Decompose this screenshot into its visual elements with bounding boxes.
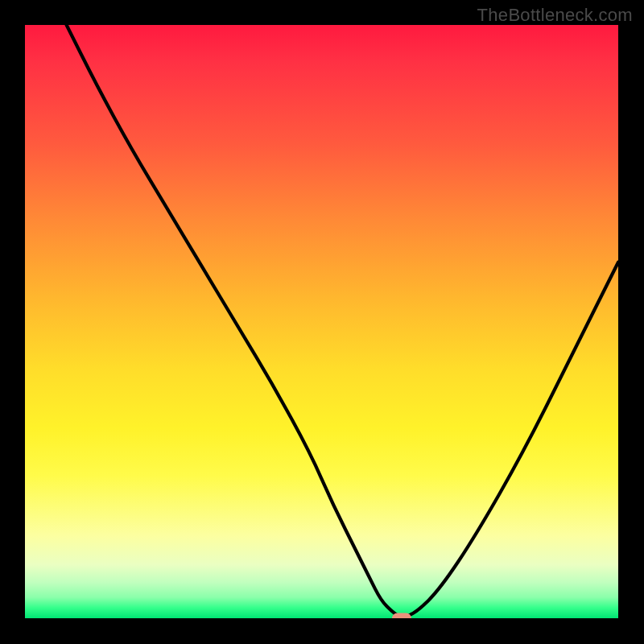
optimal-point-marker: [392, 613, 411, 619]
bottleneck-curve: [25, 25, 618, 618]
chart-frame: TheBottleneck.com: [0, 0, 644, 644]
watermark-text: TheBottleneck.com: [477, 5, 633, 26]
plot-area: [25, 25, 618, 618]
